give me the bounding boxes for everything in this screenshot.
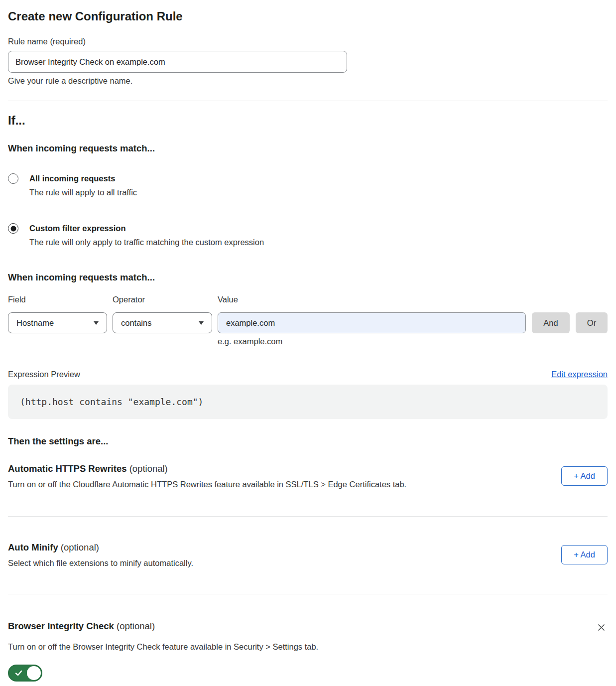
- rule-name-label: Rule name (required): [8, 37, 608, 46]
- radio-label[interactable]: All incoming requests: [29, 173, 137, 183]
- radio-description: The rule will only apply to traffic matc…: [29, 238, 264, 247]
- expression-preview-code: (http.host contains "example.com"): [8, 385, 608, 419]
- radio-label[interactable]: Custom filter expression: [29, 223, 264, 233]
- setting-title-text: Browser Integrity Check: [8, 621, 114, 631]
- close-icon[interactable]: [595, 621, 608, 634]
- browser-integrity-check-toggle[interactable]: [8, 665, 42, 682]
- radio-option-all-incoming-requests[interactable]: All incoming requests The rule will appl…: [8, 173, 608, 197]
- edit-expression-link[interactable]: Edit expression: [551, 370, 608, 379]
- operator-select-value: contains: [121, 318, 151, 328]
- filter-expression-row: Hostname contains And Or: [8, 312, 608, 333]
- rule-name-input[interactable]: [8, 51, 347, 73]
- setting-description: Turn on or off the Browser Integrity Che…: [8, 642, 608, 652]
- expression-preview-row: Expression Preview Edit expression: [8, 370, 608, 379]
- if-heading: If...: [8, 113, 608, 128]
- radio-description: The rule will apply to all traffic: [29, 188, 137, 197]
- setting-title: Auto Minify (optional): [8, 542, 193, 553]
- operator-column-label: Operator: [113, 295, 218, 304]
- settings-heading: Then the settings are...: [8, 436, 608, 447]
- filter-heading: When incoming requests match...: [8, 272, 608, 283]
- create-configuration-rule-page: Create new Configuration Rule Rule name …: [0, 0, 616, 686]
- field-column-label: Field: [8, 295, 113, 304]
- setting-title: Automatic HTTPS Rewrites (optional): [8, 463, 406, 474]
- rule-name-help: Give your rule a descriptive name.: [8, 76, 608, 86]
- value-input[interactable]: [218, 312, 526, 333]
- chevron-down-icon: [199, 321, 204, 325]
- radio-button-unselected[interactable]: [8, 173, 18, 184]
- field-select-value: Hostname: [16, 318, 54, 328]
- setting-auto-minify: Auto Minify (optional) Select which file…: [8, 542, 608, 568]
- operator-select[interactable]: contains: [113, 312, 212, 333]
- filter-column-labels: Field Operator Value: [8, 295, 608, 304]
- setting-automatic-https-rewrites: Automatic HTTPS Rewrites (optional) Turn…: [8, 463, 608, 489]
- add-auto-minify-button[interactable]: + Add: [561, 545, 608, 564]
- or-button[interactable]: Or: [576, 312, 608, 333]
- setting-title-text: Automatic HTTPS Rewrites: [8, 463, 127, 474]
- setting-description: Turn on or off the Cloudflare Automatic …: [8, 479, 406, 489]
- add-automatic-https-rewrites-button[interactable]: + Add: [561, 466, 608, 486]
- toggle-knob[interactable]: [27, 666, 41, 680]
- match-heading: When incoming requests match...: [8, 143, 608, 154]
- and-button[interactable]: And: [532, 312, 570, 333]
- value-hint: e.g. example.com: [218, 337, 608, 346]
- setting-divider: [8, 516, 608, 517]
- setting-optional-tag: (optional): [61, 542, 99, 552]
- radio-button-selected[interactable]: [8, 223, 18, 234]
- setting-description: Select which file extensions to minify a…: [8, 558, 193, 568]
- value-column-label: Value: [218, 295, 526, 304]
- setting-title: Browser Integrity Check (optional): [8, 620, 155, 632]
- field-select[interactable]: Hostname: [8, 312, 107, 333]
- expression-preview-label: Expression Preview: [8, 370, 80, 379]
- section-divider: [8, 101, 608, 101]
- setting-optional-tag: (optional): [129, 463, 168, 474]
- setting-divider: [8, 594, 608, 594]
- setting-title-text: Auto Minify: [8, 542, 58, 552]
- radio-option-custom-filter-expression[interactable]: Custom filter expression The rule will o…: [8, 223, 608, 247]
- check-icon: [14, 669, 23, 679]
- setting-optional-tag: (optional): [117, 621, 155, 631]
- setting-browser-integrity-check: Browser Integrity Check (optional) Turn …: [8, 620, 608, 682]
- chevron-down-icon: [94, 321, 99, 325]
- page-title: Create new Configuration Rule: [8, 9, 608, 23]
